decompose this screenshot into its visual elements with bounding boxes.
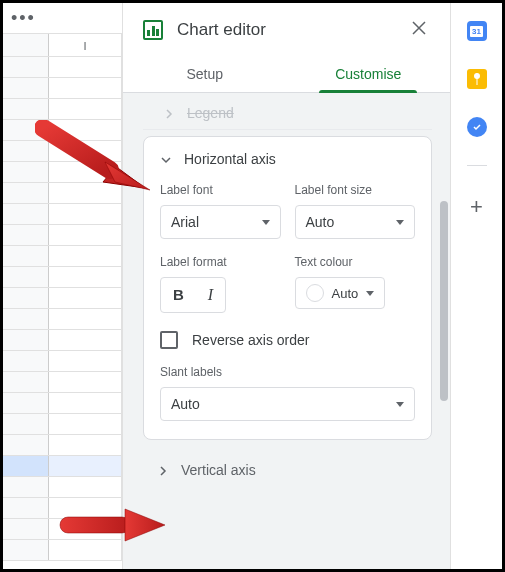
tab-setup[interactable]: Setup xyxy=(123,56,287,92)
label-format-group: B I xyxy=(160,277,226,313)
chart-icon xyxy=(143,20,163,40)
close-button[interactable] xyxy=(404,15,434,44)
vertical-axis-section[interactable]: Vertical axis xyxy=(143,450,432,490)
horizontal-axis-section: Horizontal axis Label font Arial Label f… xyxy=(143,136,432,440)
reverse-axis-checkbox[interactable]: Reverse axis order xyxy=(160,331,415,349)
colour-swatch-icon xyxy=(306,284,324,302)
checkbox-icon xyxy=(160,331,178,349)
calendar-icon[interactable]: 31 xyxy=(467,21,487,41)
text-colour-label: Text colour xyxy=(295,255,416,269)
caret-down-icon xyxy=(366,291,374,296)
spreadsheet-background: ••• I xyxy=(3,3,123,569)
caret-down-icon xyxy=(396,402,404,407)
toolbar-more[interactable]: ••• xyxy=(3,3,122,33)
divider xyxy=(467,165,487,166)
scrollbar[interactable] xyxy=(440,101,448,561)
svg-point-0 xyxy=(474,73,480,79)
slant-labels-select[interactable]: Auto xyxy=(160,387,415,421)
slant-labels-label: Slant labels xyxy=(160,365,415,379)
tasks-icon[interactable] xyxy=(467,117,487,137)
horizontal-axis-title: Horizontal axis xyxy=(184,151,276,167)
chevron-right-icon xyxy=(163,107,175,119)
keep-icon[interactable] xyxy=(467,69,487,89)
chevron-down-icon xyxy=(160,153,172,165)
label-font-select[interactable]: Arial xyxy=(160,205,281,239)
label-font-size-label: Label font size xyxy=(295,183,416,197)
legend-label: Legend xyxy=(187,105,234,121)
tab-customise[interactable]: Customise xyxy=(287,56,451,92)
label-font-size-select[interactable]: Auto xyxy=(295,205,416,239)
chevron-right-icon xyxy=(157,464,169,476)
italic-button[interactable]: I xyxy=(204,284,217,306)
horizontal-axis-header[interactable]: Horizontal axis xyxy=(160,151,415,167)
side-panel: 31 + xyxy=(450,3,502,569)
section-legend-collapsed[interactable]: Legend xyxy=(143,101,432,130)
caret-down-icon xyxy=(396,220,404,225)
panel-title: Chart editor xyxy=(177,20,390,40)
bold-button[interactable]: B xyxy=(169,284,188,306)
column-header-i[interactable]: I xyxy=(49,34,122,56)
chart-editor-panel: Chart editor Setup Customise Legend xyxy=(123,3,450,569)
label-font-label: Label font xyxy=(160,183,281,197)
vertical-axis-title: Vertical axis xyxy=(181,462,256,478)
add-addon-button[interactable]: + xyxy=(470,194,483,220)
text-colour-select[interactable]: Auto xyxy=(295,277,386,309)
tabs: Setup Customise xyxy=(123,56,450,93)
caret-down-icon xyxy=(262,220,270,225)
label-format-label: Label format xyxy=(160,255,281,269)
